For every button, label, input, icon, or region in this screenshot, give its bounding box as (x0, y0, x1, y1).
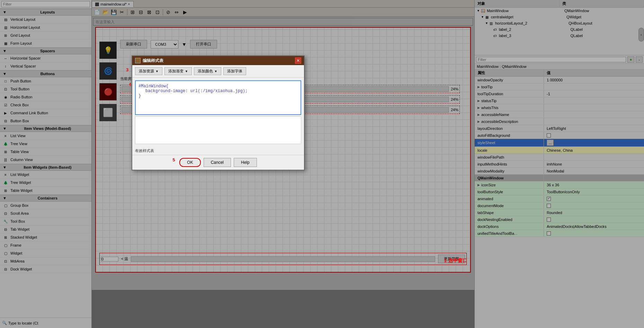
cancel-button[interactable]: Cancel (204, 158, 231, 167)
dialog-close-btn[interactable]: ✕ (295, 57, 301, 64)
dialog-overlay: 编辑样式表 ✕ 3 添加资源 ▼添加渐变 ▼添加颜色 ▼添加字体 4 #Main… (0, 0, 644, 328)
ok-button[interactable]: OK (179, 158, 200, 167)
dialog-title-text: 编辑样式表 (143, 58, 295, 64)
code-line-2: background-image: url(:/img/xiaohua.jpg)… (138, 89, 298, 94)
dialog-status: 有效样式表 (132, 147, 304, 155)
code-editor-wrapper: 4 #MainWindow{ background-image: url(:/i… (135, 80, 301, 115)
dialog-toolbar-wrapper: 3 添加资源 ▼添加渐变 ▼添加颜色 ▼添加字体 (132, 65, 304, 78)
extra-text-area[interactable] (135, 116, 301, 144)
dropdown-arrow-icon: ▼ (185, 70, 188, 73)
annotation-3: 3 (126, 67, 128, 72)
dialog-toolbar: 添加资源 ▼添加渐变 ▼添加颜色 ▼添加字体 (132, 65, 304, 78)
dropdown-arrow-icon: ▼ (155, 70, 159, 73)
code-editor[interactable]: #MainWindow{ background-image: url(:/img… (135, 80, 301, 115)
annotation-5: 5 (172, 157, 175, 162)
style-editor-dialog: 编辑样式表 ✕ 3 添加资源 ▼添加渐变 ▼添加颜色 ▼添加字体 4 #Main… (132, 55, 305, 170)
ok-btn-wrapper: 5 OK (179, 158, 200, 167)
dialog-titlebar: 编辑样式表 ✕ (132, 56, 304, 65)
dialog-toolbar-添加字体[interactable]: 添加字体 (223, 67, 246, 75)
dialog-toolbar-添加颜色[interactable]: 添加颜色 ▼ (194, 67, 221, 75)
dialog-toolbar-添加渐变[interactable]: 添加渐变 ▼ (164, 67, 192, 75)
dropdown-arrow-icon: ▼ (214, 70, 217, 73)
annotation-4: 4 (129, 82, 131, 87)
dialog-buttons: 5 OK Cancel Help (132, 155, 304, 170)
dialog-title-icon (135, 58, 141, 63)
help-button[interactable]: Help (234, 158, 257, 167)
dialog-content: 4 #MainWindow{ background-image: url(:/i… (132, 78, 304, 147)
code-line-3: } (138, 94, 298, 98)
dialog-toolbar-添加资源[interactable]: 添加资源 ▼ (135, 67, 162, 75)
code-line-1: #MainWindow{ (138, 84, 298, 89)
